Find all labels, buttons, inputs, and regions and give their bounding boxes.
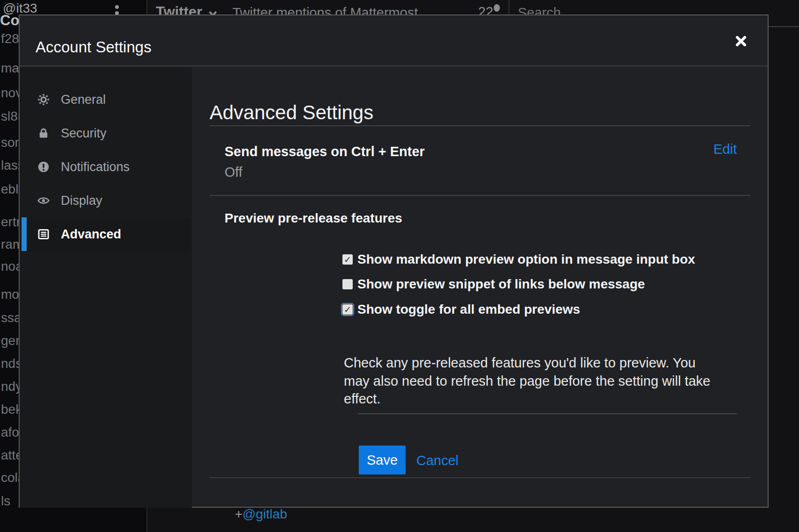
channel-item[interactable]: f28 <box>1 31 19 46</box>
preview-features-description: Check any pre-released features you'd li… <box>344 354 710 408</box>
checkbox-checked-icon[interactable]: ✓ <box>342 304 353 315</box>
checkbox-checked-icon[interactable]: ✓ <box>342 254 353 265</box>
list-icon <box>37 228 50 240</box>
channel-item[interactable]: ls <box>1 494 10 509</box>
exclamation-circle-icon <box>37 161 50 173</box>
save-button[interactable]: Save <box>359 446 406 474</box>
divider <box>210 477 750 478</box>
modal-header: Account Settings <box>20 15 768 66</box>
page-title: Advanced Settings <box>210 101 373 124</box>
sidebar-item-label: Notifications <box>61 160 130 174</box>
mention-link[interactable]: @gitlab <box>242 507 287 521</box>
settings-sidebar: General Security Notifications Display A… <box>20 67 192 508</box>
checkbox-label[interactable]: Show markdown preview option in message … <box>357 252 695 267</box>
checkbox-label[interactable]: Show toggle for all embed previews <box>357 302 580 317</box>
sidebar-item-label: General <box>61 93 106 107</box>
sidebar-item-label: Advanced <box>61 227 121 242</box>
channel-item[interactable]: ertr <box>1 215 21 230</box>
sidebar-item-label: Display <box>61 194 102 208</box>
checkbox-label[interactable]: Show preview snippet of links below mess… <box>357 277 645 292</box>
divider <box>210 195 750 196</box>
divider <box>358 413 737 414</box>
sidebar-item-notifications[interactable]: Notifications <box>20 150 192 184</box>
mention-prefix: + <box>235 507 242 521</box>
sidebar-item-label: Security <box>61 126 107 141</box>
account-settings-modal: Account Settings General Security Notifi… <box>19 14 769 508</box>
sidebar-item-advanced[interactable]: Advanced <box>20 217 192 251</box>
sidebar-item-security[interactable]: Security <box>20 116 192 150</box>
checkbox-unchecked-icon[interactable] <box>342 279 353 289</box>
preview-features-label: Preview pre-release features <box>225 211 402 226</box>
checkbox-markdown-preview[interactable]: ✓ Show markdown preview option in messag… <box>342 252 695 267</box>
checkbox-link-preview[interactable]: Show preview snippet of links below mess… <box>342 277 645 292</box>
gear-icon <box>37 93 50 106</box>
modal-title: Account Settings <box>36 38 152 56</box>
lock-icon <box>37 127 50 139</box>
message-mention: +@gitlab <box>235 507 287 522</box>
eye-icon <box>37 194 50 207</box>
ctrl-send-label: Send messages on Ctrl + Enter <box>225 144 425 159</box>
cancel-link[interactable]: Cancel <box>416 453 458 468</box>
edit-link[interactable]: Edit <box>713 142 737 157</box>
checkbox-embed-toggle[interactable]: ✓ Show toggle for all embed previews <box>342 302 580 317</box>
divider <box>210 125 750 126</box>
close-icon[interactable] <box>735 35 747 47</box>
sidebar-item-display[interactable]: Display <box>20 184 192 217</box>
ctrl-send-value: Off <box>225 165 242 180</box>
sidebar-item-general[interactable]: General <box>20 83 192 116</box>
